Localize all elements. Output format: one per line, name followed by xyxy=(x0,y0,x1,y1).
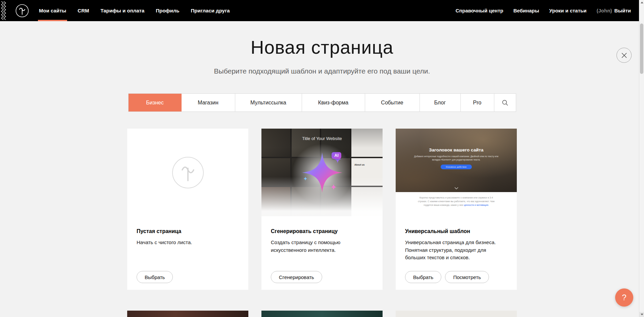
template-hero: Заголовок вашего сайта Добавьте интересн… xyxy=(396,129,517,192)
template-cta-button: Основное действие xyxy=(441,165,472,169)
triangle-down-icon xyxy=(641,314,643,315)
select-blank-button[interactable]: Выбрать xyxy=(137,271,173,283)
card-body: Универсальный шаблон Универсальная стран… xyxy=(396,216,517,290)
nav-invite-friend[interactable]: Пригласи друга xyxy=(191,0,230,21)
template-preview-image xyxy=(261,311,383,317)
new-page-dialog: Новая страница Выберите подходящий шабло… xyxy=(0,37,644,317)
card-actions: Выбрать Посмотреть xyxy=(405,271,507,283)
card-title: Пустая страница xyxy=(137,228,239,234)
preview-site-title: Title of Your Website xyxy=(261,136,383,141)
page-scrollbar[interactable] xyxy=(639,0,644,317)
tilda-watermark-icon xyxy=(171,156,204,189)
secondary-navigation: Справочный центр Вебинары Уроки и статьи… xyxy=(455,0,639,21)
card-blank-page: Пустая страница Начать с чистого листа. … xyxy=(127,129,248,290)
nav-webinars[interactable]: Вебинары xyxy=(513,8,539,13)
tab-event[interactable]: Событие xyxy=(365,94,420,111)
card-description: Универсальная страница для бизнеса. Поня… xyxy=(405,239,507,262)
card-title: Универсальный шаблон xyxy=(405,228,507,234)
top-navbar: Мои сайты CRM Тарифы и оплата Профиль Пр… xyxy=(0,0,639,21)
card-ai-generate: About us Title of Your Website xyxy=(261,129,383,290)
zigzag-pattern-icon xyxy=(0,0,7,21)
select-universal-button[interactable]: Выбрать xyxy=(405,271,441,283)
user-name: (John) xyxy=(597,8,612,13)
chevron-down-icon xyxy=(454,187,458,189)
template-body: Коротко представьтесь и расскажите о ком… xyxy=(396,192,517,216)
template-hero-subtext: Добавьте интересные подробности о вашей … xyxy=(413,155,500,162)
view-universal-button[interactable]: Посмотреть xyxy=(445,271,489,283)
template-card[interactable] xyxy=(396,311,517,317)
template-hero-heading: Заголовок вашего сайта xyxy=(396,147,517,152)
page-title: Новая страница xyxy=(0,37,644,58)
nav-help-center[interactable]: Справочный центр xyxy=(455,8,503,13)
triangle-up-icon xyxy=(641,2,643,3)
close-button[interactable] xyxy=(616,48,632,63)
universal-template-preview: Заголовок вашего сайта Добавьте интересн… xyxy=(396,129,517,216)
scrollbar-up-arrow[interactable] xyxy=(639,0,644,5)
page-subtitle: Выберите подходящий шаблон и адаптируйте… xyxy=(0,67,644,75)
template-cards-grid: Пустая страница Начать с чистого листа. … xyxy=(127,129,517,290)
blank-page-preview xyxy=(127,129,248,216)
nav-profile[interactable]: Профиль xyxy=(156,0,179,21)
tab-blog[interactable]: Блог xyxy=(420,94,461,111)
nav-crm[interactable]: CRM xyxy=(78,0,89,21)
ai-sparkle-icon xyxy=(294,144,350,201)
help-button[interactable]: ? xyxy=(615,288,633,307)
card-universal-template: Заголовок вашего сайта Добавьте интересн… xyxy=(396,129,517,290)
search-icon xyxy=(502,99,508,106)
search-templates-button[interactable] xyxy=(494,94,516,111)
tilda-logo[interactable] xyxy=(15,4,29,17)
template-paragraph: Коротко представьтесь и расскажите о ком… xyxy=(415,196,498,207)
tab-store[interactable]: Магазин xyxy=(182,94,235,111)
tab-quiz[interactable]: Квиз-форма xyxy=(302,94,365,111)
template-link: ценности и мотивация. xyxy=(464,204,489,206)
scrollbar-down-arrow[interactable] xyxy=(639,312,644,317)
card-body: Сгенерировать страницу Создать страницу … xyxy=(261,216,383,290)
card-actions: Выбрать xyxy=(137,271,239,283)
card-description: Начать с чистого листа. xyxy=(137,239,239,246)
nav-my-sites[interactable]: Мои сайты xyxy=(39,0,66,21)
tab-business[interactable]: Бизнес xyxy=(129,94,182,111)
logout-link[interactable]: Выйти xyxy=(614,8,631,13)
template-preview-image xyxy=(127,311,248,317)
generate-button[interactable]: Сгенерировать xyxy=(271,271,322,283)
card-actions: Сгенерировать xyxy=(271,271,373,283)
scrollbar-thumb[interactable] xyxy=(640,24,643,74)
user-logout[interactable]: (John) Выйти xyxy=(597,8,631,13)
template-category-tabs: Бизнес Магазин Мультиссылка Квиз-форма С… xyxy=(128,93,516,112)
template-cards-grid-row2 xyxy=(127,311,517,317)
template-card[interactable] xyxy=(127,311,248,317)
tab-multilink[interactable]: Мультиссылка xyxy=(235,94,302,111)
card-title: Сгенерировать страницу xyxy=(271,228,373,234)
template-preview-image xyxy=(396,311,517,317)
ai-preview: About us Title of Your Website xyxy=(261,129,383,216)
close-icon xyxy=(621,52,627,58)
tab-pro[interactable]: Pro xyxy=(461,94,494,111)
card-description: Создать страницу с помощью искусственног… xyxy=(271,239,373,254)
template-card[interactable] xyxy=(261,311,383,317)
nav-tariffs[interactable]: Тарифы и оплата xyxy=(100,0,144,21)
main-navigation: Мои сайты CRM Тарифы и оплата Профиль Пр… xyxy=(39,0,230,21)
ai-badge: AI xyxy=(332,152,341,159)
card-body: Пустая страница Начать с чистого листа. … xyxy=(127,216,248,290)
nav-lessons[interactable]: Уроки и статьи xyxy=(549,8,587,13)
